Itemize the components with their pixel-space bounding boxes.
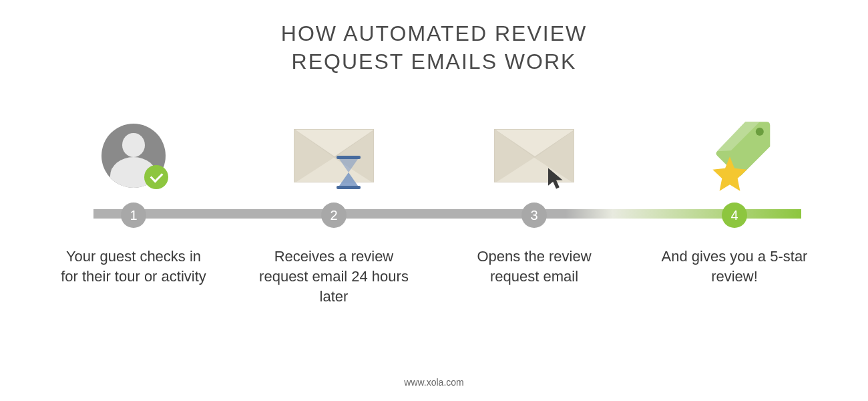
step-2: 2 Receives a review request email 24 hou…	[247, 116, 421, 316]
step-1: 1 Your guest checks in for their tour or…	[47, 116, 220, 316]
step-num-label: 2	[330, 208, 337, 223]
step-label-2: Receives a review request email 24 hours…	[257, 247, 411, 306]
svg-point-0	[756, 128, 764, 136]
footer-url: www.xola.com	[0, 377, 868, 388]
step-number-3: 3	[521, 203, 547, 228]
envelope-hourglass-icon	[287, 116, 381, 196]
step-num-label: 3	[530, 208, 537, 223]
check-icon	[144, 165, 168, 189]
envelope-cursor-icon	[487, 116, 581, 196]
step-label-3: Opens the review request email	[457, 247, 611, 286]
step-number-2: 2	[321, 203, 347, 228]
tag-star-icon	[688, 116, 781, 196]
title-line-2: REQUEST EMAILS WORK	[292, 49, 577, 74]
step-number-4: 4	[722, 203, 747, 228]
step-number-1: 1	[121, 203, 146, 228]
step-num-label: 1	[130, 208, 137, 223]
cursor-icon	[546, 166, 566, 190]
step-label-4: And gives you a 5-star review!	[658, 247, 811, 286]
step-4: 4 And gives you a 5-star review!	[648, 116, 821, 316]
hourglass-icon	[337, 156, 361, 189]
step-label-1: Your guest checks in for their tour or a…	[57, 247, 210, 286]
step-num-label: 4	[730, 208, 738, 223]
avatar-check-icon	[87, 116, 180, 196]
steps-row: 1 Your guest checks in for their tour or…	[47, 116, 821, 316]
title-line-1: HOW AUTOMATED REVIEW	[281, 21, 587, 45]
star-icon	[711, 155, 748, 192]
timeline: 1 Your guest checks in for their tour or…	[0, 116, 868, 316]
step-3: 3 Opens the review request email	[447, 116, 621, 316]
diagram-title: HOW AUTOMATED REVIEW REQUEST EMAILS WORK	[0, 0, 868, 76]
